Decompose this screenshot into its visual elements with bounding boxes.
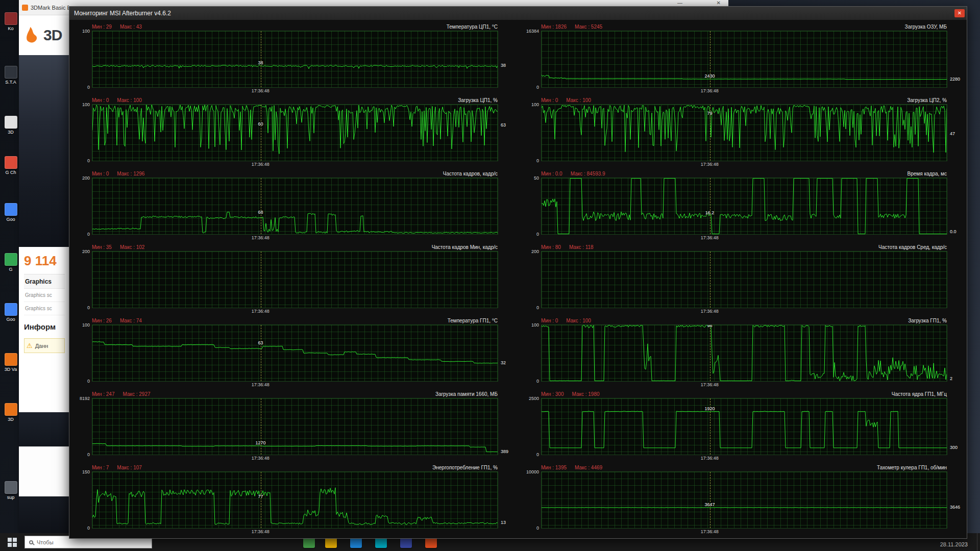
panel-header: Мин : 0 Макс : 100 Загрузка ЦП2, %	[522, 96, 964, 104]
taskbar-date[interactable]: 28.11.2023	[940, 541, 968, 547]
graph-column-right: Мин : 1826 Макс : 5245 Загрузка ОЗУ, МБ …	[522, 23, 964, 536]
desktop-icon-label: Goo	[1, 217, 21, 222]
panel-title: Загрузка ЦП2, %	[907, 97, 947, 103]
graph-plot-area: 68	[92, 178, 498, 235]
desktop-icon-image	[5, 403, 17, 416]
panel-body: 16384 0 2430 2280	[522, 31, 964, 88]
panel-min-label: Мин : 0.0	[541, 171, 562, 177]
axis-zero-label: 0	[522, 525, 539, 531]
close-icon[interactable]: ✕	[717, 0, 721, 6]
panel-minmax: Мин : 7 Макс : 107	[92, 465, 142, 470]
panel-footer: 17:36:48	[92, 161, 498, 168]
desktop-icon[interactable]: Ko	[1, 12, 21, 31]
latest-value-label: 2	[948, 376, 964, 381]
panel-header: Мин : 35 Макс : 102 Частота кадров Мин, …	[72, 243, 514, 251]
graph-plot-area: 98	[541, 324, 947, 382]
axis-zero-label: 0	[72, 85, 90, 90]
monitor-graph-panel: Мин : 0 Макс : 100 Загрузка ГП1, % 100 0…	[522, 317, 964, 389]
axis-max-label: 100	[72, 102, 90, 107]
result-row-graphics[interactable]: Graphics	[24, 274, 65, 289]
panel-body: 10000 0 3647 3646	[522, 471, 964, 529]
3dmark-window[interactable]: 3DMark Basic Edition 3D 9 114 Graphics G…	[19, 0, 69, 533]
monitor-window-title: Мониторинг MSI Afterburner v4.6.2	[74, 10, 954, 17]
desktop-icon[interactable]: sup	[1, 481, 21, 500]
panel-minmax: Мин : 247 Макс : 2927	[92, 391, 151, 397]
panel-body: 100 0 63 32	[72, 324, 514, 382]
desktop-icon[interactable]: G	[1, 253, 21, 272]
timestamp-label: 17:36:48	[701, 456, 719, 461]
time-cursor-line	[710, 252, 710, 308]
panel-minmax: Мин : 300 Макс : 1980	[541, 391, 600, 397]
current-value-label: 79	[707, 111, 712, 116]
graph-plot-area	[92, 251, 498, 308]
axis-zero-label: 0	[72, 379, 90, 384]
panel-header: Мин : 1395 Макс : 4469 Тахометр кулера Г…	[522, 464, 964, 471]
monitor-graph-panel: Мин : 0 Макс : 100 Загрузка ЦП1, % 100 0…	[72, 96, 514, 168]
current-value-label: 63	[258, 340, 263, 345]
desktop-icon[interactable]: 3D Va	[1, 353, 21, 372]
panel-title: Загрузка ОЗУ, МБ	[905, 24, 947, 30]
graph-line-svg	[92, 472, 498, 528]
axis-zero-label: 0	[72, 158, 90, 163]
timestamp-label: 17:36:48	[701, 162, 719, 167]
time-cursor-line	[261, 398, 261, 455]
desktop-icon[interactable]: Goo	[1, 203, 21, 222]
timestamp-label: 17:36:48	[252, 309, 270, 314]
desktop-icon[interactable]: 3D	[1, 403, 21, 422]
3dmark-title: 3DMark Basic Edition	[31, 5, 69, 11]
axis-zero-label: 0	[72, 525, 90, 531]
panel-max-label: Макс : 100	[566, 318, 591, 323]
desktop-icon[interactable]: G Ch	[1, 156, 21, 175]
panel-footer: 17:36:48	[541, 161, 947, 168]
panel-minmax: Мин : 35 Макс : 102	[92, 244, 144, 250]
current-value-label: 68	[258, 209, 263, 214]
timestamp-label: 17:36:48	[701, 235, 719, 240]
panel-title: Частота ядра ГП1, МГц	[892, 391, 947, 397]
current-value-label: 38	[258, 60, 263, 65]
graph-line-svg	[542, 398, 947, 455]
time-cursor-line	[261, 472, 261, 528]
panel-max-label: Макс : 43	[120, 24, 142, 30]
monitor-titlebar[interactable]: Мониторинг MSI Afterburner v4.6.2 ✕	[69, 7, 967, 20]
3dmark-logo-text: 3D	[43, 27, 62, 44]
3dmark-titlebar[interactable]: 3DMark Basic Edition	[19, 0, 69, 15]
axis-max-label: 100	[72, 322, 90, 328]
panel-body: 2500 0 1920 300	[522, 398, 964, 455]
axis-zero-label: 0	[522, 305, 539, 310]
panel-min-label: Мин : 300	[541, 391, 564, 397]
monitor-graph-panel: Мин : 247 Макс : 2927 Загрузка памяти 16…	[72, 390, 514, 462]
close-icon[interactable]: ✕	[954, 9, 965, 17]
panel-max-label: Макс : 4469	[575, 465, 602, 470]
axis-max-label: 100	[72, 29, 90, 34]
desktop-icon[interactable]: 3D	[1, 116, 21, 135]
panel-header: Мин : 26 Макс : 74 Температура ГП1, °C	[72, 317, 514, 324]
desktop-icon[interactable]: Goo	[1, 303, 21, 322]
show-desktop-button[interactable]	[977, 533, 980, 551]
desktop-icon-label: 3D Va	[1, 367, 21, 372]
panel-header: Мин : 80 Макс : 118 Частота кадров Сред,…	[522, 243, 964, 251]
desktop-icon-image	[5, 481, 17, 494]
monitor-graph-panel: Мин : 7 Макс : 107 Энергопотребление ГП1…	[72, 464, 514, 536]
desktop-icon[interactable]: S.T.A	[1, 66, 21, 85]
3dmark-app-icon	[22, 5, 28, 11]
benchmark-score: 9 114	[24, 253, 65, 269]
graph-plot-area: 1270	[92, 398, 498, 455]
axis-max-label: 200	[522, 249, 539, 254]
timestamp-label: 17:36:48	[252, 529, 270, 534]
time-cursor-line	[261, 252, 261, 308]
panel-min-label: Мин : 0	[92, 171, 109, 177]
panel-min-label: Мин : 29	[92, 24, 112, 30]
desktop-icon-image	[5, 203, 17, 216]
desktop-icon-image	[5, 353, 17, 366]
desktop-icon-label: S.T.A	[1, 80, 21, 85]
panel-footer: 17:36:48	[92, 382, 498, 389]
panel-header: Мин : 0.0 Макс : 84593.9 Время кадра, мс	[522, 170, 964, 178]
panel-minmax: Мин : 0 Макс : 100	[541, 318, 591, 323]
minimize-icon[interactable]: —	[677, 0, 682, 6]
current-value-label: 98	[707, 324, 712, 328]
desktop-icon-image	[5, 253, 17, 266]
start-button[interactable]	[0, 533, 24, 551]
benchmark-image-3	[19, 496, 69, 533]
panel-min-label: Мин : 7	[92, 465, 109, 470]
panel-max-label: Макс : 102	[120, 244, 145, 250]
